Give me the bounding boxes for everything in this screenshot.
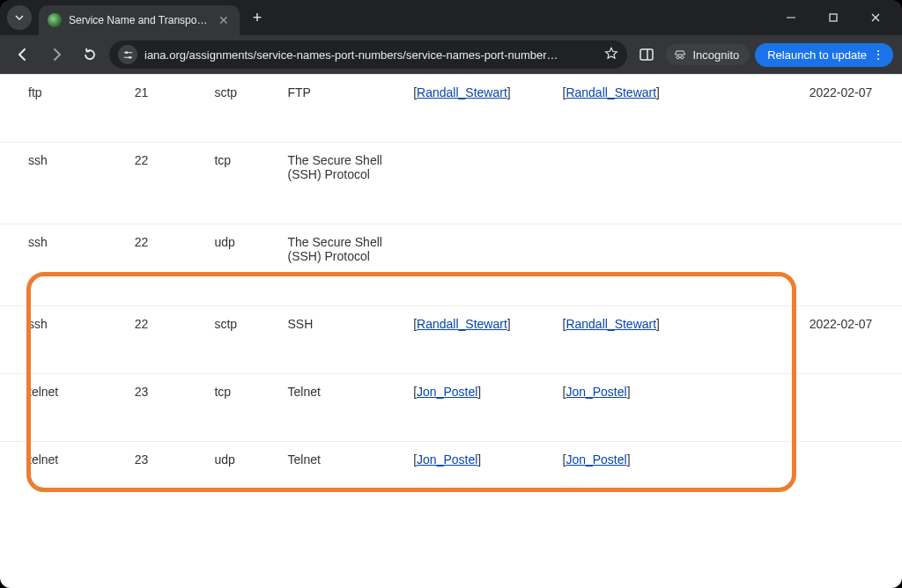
chevron-down-icon (15, 13, 24, 22)
close-window-button[interactable] (856, 4, 895, 32)
arrow-left-icon (15, 47, 31, 62)
link[interactable]: Jon_Postel (566, 452, 626, 467)
reload-icon (82, 47, 98, 62)
url-text: iana.org/assignments/service-names-port-… (144, 48, 597, 62)
link[interactable]: Randall_Stewart (566, 317, 656, 331)
tab-strip: Service Name and Transport Pr ✕ + (0, 0, 902, 35)
browser-tab[interactable]: Service Name and Transport Pr ✕ (39, 5, 240, 35)
arrow-right-icon (48, 47, 64, 62)
star-icon (604, 47, 618, 61)
table-row: ssh22tcpThe Secure Shell (SSH) Protocol[… (0, 143, 902, 224)
kebab-icon: ⋮ (872, 48, 884, 61)
new-tab-button[interactable]: + (245, 5, 270, 30)
browser-window: Service Name and Transport Pr ✕ + (0, 0, 902, 588)
incognito-icon (673, 48, 687, 62)
window-controls (772, 4, 895, 32)
side-panel-icon (639, 47, 654, 62)
minimize-button[interactable] (772, 4, 810, 32)
reload-button[interactable] (76, 40, 104, 69)
relaunch-button[interactable]: Relaunch to update ⋮ (755, 43, 893, 67)
link[interactable]: Jon_Postel (417, 385, 477, 399)
incognito-indicator[interactable]: Incognito (666, 44, 750, 65)
maximize-icon (828, 12, 839, 23)
forward-button[interactable] (42, 40, 70, 69)
table-row: telnet23tcpTelnet[Jon_Postel][Jon_Postel… (0, 374, 902, 442)
link[interactable]: Randall_Stewart (417, 317, 507, 331)
maximize-button[interactable] (814, 4, 853, 32)
tab-search-button[interactable] (7, 5, 32, 30)
address-bar[interactable]: iana.org/assignments/service-names-port-… (109, 40, 627, 69)
svg-point-3 (128, 55, 130, 58)
table-row: ftp21sctpFTP[Randall_Stewart][Randall_St… (0, 75, 902, 143)
port-table: ftp21sctpFTP[Randall_Stewart][Randall_St… (0, 74, 902, 509)
link[interactable]: Jon_Postel (566, 385, 626, 399)
side-panel-button[interactable] (632, 40, 661, 69)
close-icon (870, 12, 881, 23)
svg-rect-4 (640, 49, 653, 60)
link[interactable]: Randall_Stewart (417, 85, 507, 99)
favicon-icon (48, 13, 62, 27)
incognito-label: Incognito (692, 48, 739, 62)
svg-rect-1 (830, 14, 837, 21)
toolbar: iana.org/assignments/service-names-port-… (0, 35, 902, 74)
tab-title: Service Name and Transport Pr (69, 14, 210, 26)
table-row: telnet23udpTelnet[Jon_Postel][Jon_Postel… (0, 442, 902, 510)
close-tab-button[interactable]: ✕ (217, 13, 231, 27)
relaunch-label: Relaunch to update (767, 48, 867, 62)
minimize-icon (786, 12, 796, 23)
svg-point-2 (125, 51, 128, 54)
site-info-button[interactable] (118, 45, 137, 64)
table-row: ssh22sctpSSH[Randall_Stewart][Randall_St… (0, 306, 902, 374)
tune-icon (122, 49, 134, 61)
link[interactable]: Jon_Postel (417, 452, 477, 467)
back-button[interactable] (9, 40, 37, 69)
link[interactable]: Randall_Stewart (566, 85, 656, 99)
bookmark-button[interactable] (604, 47, 618, 63)
page-content: ftp21sctpFTP[Randall_Stewart][Randall_St… (0, 74, 902, 588)
table-row: ssh22udpThe Secure Shell (SSH) Protocol[… (0, 224, 902, 306)
page-viewport[interactable]: ftp21sctpFTP[Randall_Stewart][Randall_St… (0, 74, 902, 588)
